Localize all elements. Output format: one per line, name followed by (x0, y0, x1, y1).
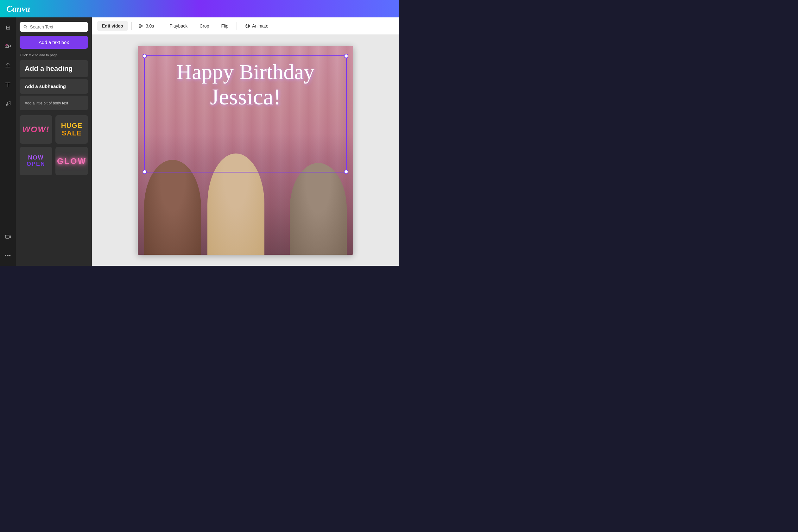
canvas-frame[interactable]: Happy Birthday Jessica! (138, 46, 353, 255)
crop-button[interactable]: Crop (194, 21, 214, 31)
animate-label: Animate (252, 23, 268, 28)
toolbar-divider-1 (131, 22, 132, 30)
animate-icon (245, 23, 250, 28)
heading-style-item[interactable]: Add a heading (20, 60, 88, 77)
flip-button[interactable]: Flip (216, 21, 234, 31)
body-style-item[interactable]: Add a little bit of body text (20, 96, 88, 110)
svg-rect-3 (5, 235, 9, 238)
person-right (290, 163, 347, 255)
canvas-area: Happy Birthday Jessica! (92, 35, 399, 266)
subheading-style-item[interactable]: Add a subheading (20, 79, 88, 94)
main-layout: ⊞ (0, 17, 399, 266)
toolbar: Edit video 3.0s Playback Crop Flip (92, 17, 399, 35)
search-box (20, 22, 88, 32)
upload-icon[interactable] (2, 60, 14, 71)
playback-button[interactable]: Playback (164, 21, 192, 31)
svg-point-4 (24, 25, 26, 28)
animate-button[interactable]: Animate (240, 21, 273, 31)
body-label: Add a little bit of body text (25, 101, 68, 106)
birthday-text-container: Happy Birthday Jessica! (147, 60, 344, 110)
now-open-text: NOW OPEN (26, 155, 45, 167)
glow-text: GLOW (57, 156, 87, 166)
app-header: Canva (0, 0, 399, 17)
huge-sale-style-card[interactable]: HUGE SALE (55, 115, 88, 144)
search-input[interactable] (30, 24, 85, 30)
svg-point-1 (6, 104, 7, 106)
style-cards-grid: WOW! HUGE SALE NOW OPEN GLOW (20, 115, 88, 175)
text-icon[interactable] (2, 79, 14, 90)
shapes-icon[interactable] (2, 41, 14, 52)
svg-rect-0 (8, 45, 11, 47)
svg-point-7 (246, 24, 249, 28)
cut-button[interactable]: 3.0s (135, 21, 158, 31)
instruction-label: Click text to add to page (20, 53, 88, 57)
person-center (207, 153, 264, 255)
photo-people-area (138, 134, 353, 255)
more-icon[interactable]: ••• (2, 250, 14, 261)
video-icon[interactable] (2, 231, 14, 243)
toolbar-divider-3 (237, 22, 237, 30)
wow-style-card[interactable]: WOW! (20, 115, 52, 144)
grid-icon[interactable]: ⊞ (2, 22, 14, 33)
icon-sidebar: ⊞ (0, 17, 16, 266)
music-icon[interactable] (2, 98, 14, 109)
svg-point-2 (9, 104, 10, 105)
add-textbox-button[interactable]: Add a text box (20, 36, 88, 49)
canva-logo: Canva (6, 4, 30, 14)
search-icon (23, 25, 27, 29)
toolbar-divider-2 (161, 22, 161, 30)
wow-text: WOW! (22, 125, 50, 134)
birthday-line1: Happy Birthday (147, 60, 344, 84)
scissors-icon (139, 23, 144, 28)
text-panel: Add a text box Click text to add to page… (16, 17, 92, 266)
cut-duration: 3.0s (146, 23, 154, 28)
now-open-style-card[interactable]: NOW OPEN (20, 147, 52, 175)
content-area: Edit video 3.0s Playback Crop Flip (92, 17, 399, 266)
birthday-line2: Jessica! (147, 84, 344, 110)
edit-video-button[interactable]: Edit video (97, 21, 128, 31)
heading-label: Add a heading (25, 64, 73, 73)
glow-style-card[interactable]: GLOW (55, 147, 88, 175)
huge-sale-text: HUGE SALE (61, 122, 82, 137)
subheading-label: Add a subheading (25, 83, 66, 89)
person-left (144, 160, 201, 255)
